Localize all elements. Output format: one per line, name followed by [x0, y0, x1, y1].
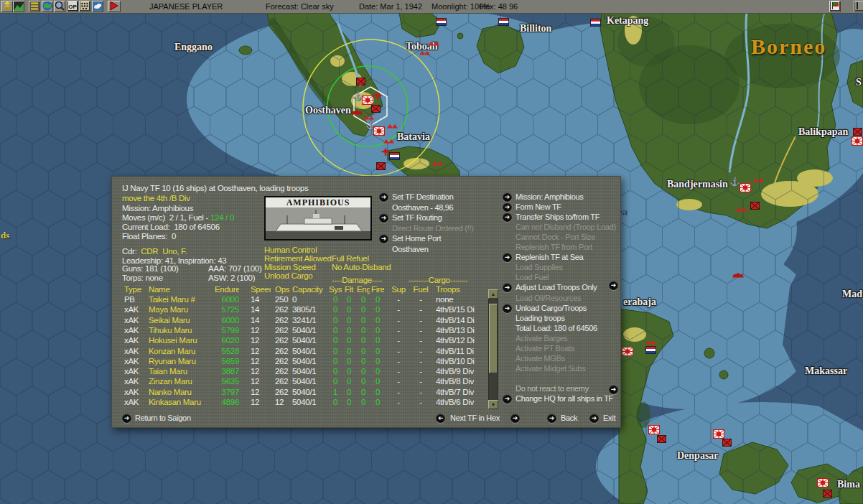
- cell-capacity: 3805/1: [292, 305, 328, 314]
- dutch-flag-marker[interactable]: [389, 152, 400, 160]
- ship-photo-image: [266, 207, 370, 239]
- jp-ground-unit-marker[interactable]: [713, 429, 724, 439]
- jp-ground-unit-marker[interactable]: [852, 136, 863, 146]
- zoom-icon: [55, 1, 65, 12]
- ship-list-page-down-button[interactable]: ➜: [609, 385, 618, 394]
- infantry-marks-marker[interactable]: [735, 207, 747, 212]
- partial-button[interactable]: [854, 1, 863, 12]
- jp-ground-unit-marker[interactable]: [740, 183, 751, 192]
- infantry-marks-marker[interactable]: [386, 123, 398, 129]
- exit-button[interactable]: Exit: [603, 414, 615, 423]
- cell-endure: 5528: [215, 347, 239, 356]
- next-tf-arrow-icon[interactable]: ➜: [510, 414, 520, 423]
- tf-commander[interactable]: Cdr: CDR Uno, F.: [122, 247, 187, 256]
- cell-fire: 0: [371, 388, 384, 397]
- cell-eng: 0: [357, 367, 370, 376]
- menu-item-replenish-tf-at-sea[interactable]: Replenish TF at Sea: [516, 253, 583, 262]
- menu-item-form-new-tf[interactable]: Form New TF: [516, 202, 561, 212]
- engineer-unit-marker[interactable]: [722, 439, 732, 447]
- red-flag-marker[interactable]: [603, 13, 610, 19]
- ship-list-scrollbar[interactable]: ▲ ▼: [488, 289, 498, 409]
- engineer-unit-marker[interactable]: [750, 202, 760, 210]
- infantry-marks-marker[interactable]: [645, 340, 656, 345]
- cell-flt: 0: [343, 347, 355, 356]
- dutch-flag-marker[interactable]: [498, 18, 509, 26]
- forecast-text: Forecast: Clear sky: [266, 2, 334, 11]
- abacus-button[interactable]: [79, 1, 90, 12]
- engineer-unit-marker[interactable]: [356, 78, 365, 85]
- engineer-unit-marker[interactable]: [376, 162, 386, 170]
- infantry-marks-marker[interactable]: [752, 177, 764, 182]
- back-button[interactable]: Back: [561, 414, 577, 423]
- cell-endure: 5725: [215, 305, 239, 314]
- cell-flt: 0: [343, 377, 355, 386]
- engineer-unit-marker[interactable]: [657, 435, 666, 443]
- back-arrow-icon[interactable]: ➜: [547, 414, 556, 423]
- airfield-button[interactable]: [29, 1, 40, 12]
- column-header-troops: Troops: [436, 285, 488, 294]
- exit-arrow-icon[interactable]: ➜: [589, 414, 599, 423]
- flag-button[interactable]: [829, 1, 841, 12]
- jp-ground-unit-marker[interactable]: [622, 347, 633, 356]
- dutch-flag-marker[interactable]: [436, 18, 447, 26]
- infantry-marks-marker[interactable]: [428, 41, 439, 46]
- ship-list-page-up-button[interactable]: ➜: [609, 281, 618, 290]
- operations-icon: OP: [67, 1, 78, 12]
- menu-arrow-icon: ➜: [503, 304, 512, 313]
- return-arrow-icon[interactable]: ➜: [122, 414, 131, 423]
- dutch-flag-marker[interactable]: [645, 346, 656, 354]
- infantry-marks-marker[interactable]: [432, 161, 443, 166]
- zoom-button[interactable]: [54, 1, 65, 12]
- cell-name: Nanko Maru: [149, 388, 213, 397]
- tf-setting-no-auto-disband[interactable]: No Auto-Disband: [332, 263, 391, 272]
- infantry-marks-marker[interactable]: [419, 50, 430, 55]
- aircraft-marker[interactable]: [373, 91, 383, 100]
- cell-endure: 6000: [215, 316, 239, 325]
- terrain-map-button[interactable]: [13, 1, 24, 12]
- menu-item-activate-mgbs: Activate MGBs: [516, 354, 565, 363]
- dutch-flag-marker[interactable]: [590, 19, 601, 27]
- tf-setting-unload-cargo[interactable]: Unload Cargo: [264, 271, 312, 281]
- menu-item-set-tf-routing[interactable]: Set TF Routing: [392, 213, 442, 223]
- jp-ground-unit-marker[interactable]: [648, 425, 660, 434]
- tf-order[interactable]: move the 4th /B Div: [122, 194, 190, 203]
- infantry-marks-marker[interactable]: [363, 115, 374, 120]
- next-tf-in-hex-label[interactable]: Next TF in Hex: [450, 414, 500, 423]
- menu-item-transfer-ships-to-from-tf[interactable]: Transfer Ships to/from TF: [516, 213, 600, 222]
- scroll-up-button[interactable]: ▲: [488, 289, 498, 299]
- engineer-unit-marker[interactable]: [853, 128, 862, 136]
- ship-marker[interactable]: [351, 110, 363, 115]
- jp-ground-unit-marker[interactable]: [817, 478, 829, 487]
- infantry-marks-marker[interactable]: [383, 139, 394, 144]
- globe-button[interactable]: [42, 1, 53, 12]
- menu-item-total-load-180-of-64506: Total Load: 180 of 64506: [516, 324, 597, 333]
- cell-fire: 0: [371, 377, 384, 386]
- globe-icon: [42, 1, 52, 12]
- weather-button[interactable]: [92, 1, 103, 12]
- jp-ground-unit-marker[interactable]: [373, 126, 385, 136]
- scroll-down-button[interactable]: ▼: [488, 400, 498, 409]
- engineer-unit-marker[interactable]: [823, 490, 832, 498]
- jp-ground-unit-marker[interactable]: [362, 95, 373, 105]
- operations-button[interactable]: OP: [67, 1, 78, 12]
- ship-marker[interactable]: [732, 273, 744, 278]
- prev-tf-arrow-icon[interactable]: ➜: [436, 414, 445, 423]
- menu-item-mission-amphibious[interactable]: Mission: Amphibious: [516, 192, 584, 202]
- menu-item-set-home-port[interactable]: Set Home Port: [392, 234, 441, 243]
- run-turn-button[interactable]: [108, 1, 121, 12]
- menu-item-set-tf-destination[interactable]: Set TF Destination: [392, 192, 454, 202]
- cell-fuel: -: [413, 377, 429, 386]
- cell-troops: none: [436, 295, 488, 304]
- cell-fuel: -: [413, 388, 429, 397]
- menu-item-unload-cargo-troops[interactable]: Unload Cargo/Troops: [516, 304, 587, 313]
- scrollbar-thumb[interactable]: [489, 304, 498, 373]
- layers-button[interactable]: [1, 1, 13, 12]
- anchor-marker[interactable]: ⚓: [729, 177, 740, 186]
- cell-capacity: 5040/1: [292, 367, 328, 376]
- engineer-unit-marker[interactable]: [371, 105, 381, 113]
- menu-item-can-not-disband-troop-load-: Can not Disband (Troop Load): [516, 223, 616, 232]
- menu-item-adjust-load-troops-only[interactable]: Adjust Load Troops Only: [516, 283, 597, 292]
- menu-item-do-not-react-to-enemy[interactable]: Do not react to enemy: [516, 384, 589, 393]
- menu-item-change-hq-for-all-ships-in-tf[interactable]: Change HQ for all ships in TF: [516, 394, 613, 403]
- return-to-saigon-button[interactable]: Return to Saigon: [135, 414, 191, 423]
